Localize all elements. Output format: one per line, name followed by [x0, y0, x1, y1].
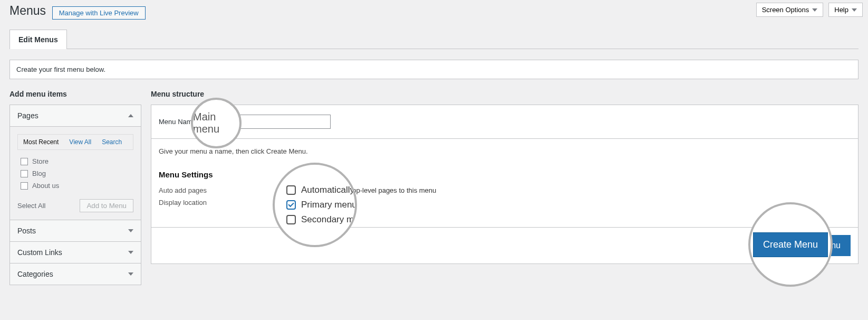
live-preview-button[interactable]: Manage with Live Preview [52, 6, 146, 20]
accordion-pages-body: Most Recent View All Search Store Blog [10, 127, 141, 220]
checkbox-icon[interactable] [21, 170, 28, 177]
page-title: Menus [9, 4, 46, 18]
chevron-down-icon [812, 8, 817, 12]
subtab-viewall[interactable]: View All [64, 135, 97, 149]
page-item-label: Blog [32, 170, 46, 177]
accordion-categories-label: Categories [17, 270, 53, 278]
accordion-customlinks-header[interactable]: Custom Links [10, 242, 141, 263]
accordion-pages-header[interactable]: Pages [10, 105, 141, 127]
auto-add-label: Auto add pages [159, 186, 280, 194]
help-button[interactable]: Help [828, 3, 863, 17]
subtab-recent[interactable]: Most Recent [18, 135, 64, 149]
display-location-label: Display location [159, 199, 280, 214]
page-item-label: Store [32, 157, 49, 165]
screen-options-button[interactable]: Screen Options [756, 3, 824, 17]
subtab-search[interactable]: Search [97, 135, 127, 149]
chevron-up-icon [128, 114, 133, 117]
chevron-down-icon [852, 8, 857, 12]
menu-name-input[interactable] [199, 115, 331, 129]
menu-intro-text: Give your menu a name, then click Create… [159, 147, 851, 155]
page-item[interactable]: Store [17, 155, 133, 167]
tab-edit-menus[interactable]: Edit Menus [9, 30, 67, 49]
page-item[interactable]: About us [17, 180, 133, 192]
info-notice: Create your first menu below. [9, 60, 859, 79]
accordion-posts-header[interactable]: Posts [10, 220, 141, 242]
menu-structure-heading: Menu structure [151, 90, 859, 98]
select-all-link[interactable]: Select All [17, 202, 45, 210]
menu-settings-heading: Menu Settings [159, 170, 851, 179]
menu-structure-panel: Menu Name Give your menu a name, then cl… [151, 105, 859, 264]
create-menu-button[interactable]: Create Menu [782, 235, 851, 256]
help-label: Help [834, 6, 848, 14]
auto-add-option[interactable]: Automatically add new top-level pages to… [280, 186, 851, 194]
accordion-pages-label: Pages [17, 111, 38, 120]
accordion-categories-header[interactable]: Categories [10, 263, 141, 285]
location-primary[interactable]: Primary menu [280, 199, 851, 206]
location-secondary[interactable]: Secondary menu [280, 206, 851, 214]
add-items-heading: Add menu items [9, 90, 141, 98]
chevron-down-icon [128, 272, 133, 276]
page-item-label: About us [32, 182, 59, 190]
accordion-customlinks-label: Custom Links [17, 248, 62, 257]
screen-options-label: Screen Options [762, 6, 809, 14]
checkbox-icon[interactable] [21, 182, 28, 190]
page-item[interactable]: Blog [17, 167, 133, 180]
accordion-posts-label: Posts [17, 227, 36, 235]
chevron-down-icon [128, 229, 133, 232]
menu-items-accordion: Pages Most Recent View All Search Store [9, 105, 141, 285]
checkbox-icon[interactable] [21, 158, 28, 165]
add-to-menu-button[interactable]: Add to Menu [80, 199, 133, 212]
chevron-down-icon [128, 251, 133, 254]
menu-name-label: Menu Name [159, 118, 196, 126]
tab-bar: Edit Menus [9, 29, 859, 49]
